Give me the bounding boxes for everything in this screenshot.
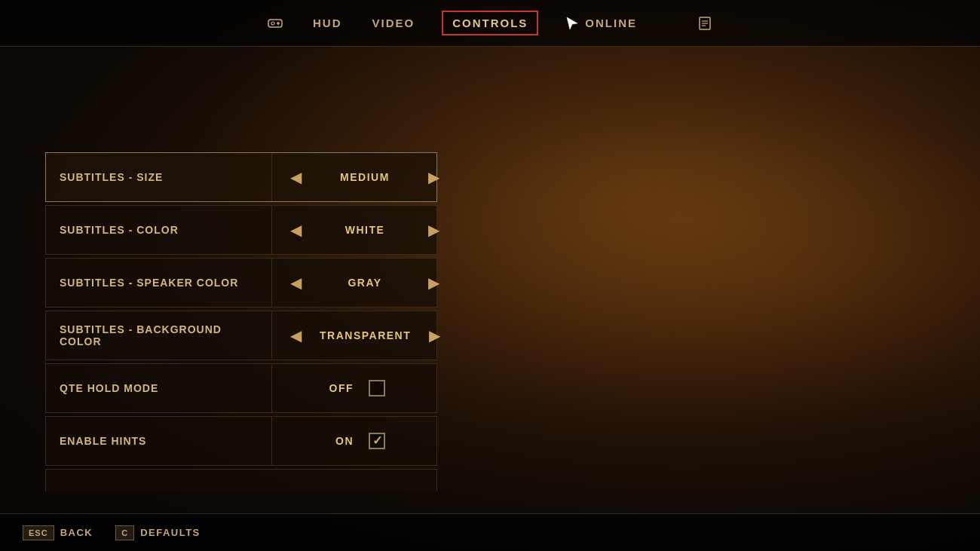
subtitles-speaker-value: Gray [320, 277, 410, 289]
nav-tabs: HUD VIDEO CONTROLS ONLINE [265, 10, 715, 37]
tab-video[interactable]: CONTROLS [442, 11, 538, 35]
subtitles-bg-prev[interactable]: ◀ [284, 325, 308, 346]
esc-key-badge: ESC [23, 525, 54, 540]
subtitles-color-next[interactable]: ▶ [422, 219, 446, 240]
subtitles-size-prev[interactable]: ◀ [284, 167, 308, 188]
qte-hold-mode-row: QTE Hold Mode Off [45, 363, 437, 413]
subtitles-bg-color-label: Subtitles - Background Color [46, 311, 272, 360]
checkmark-icon: ✓ [372, 435, 382, 447]
extra-icon[interactable] [694, 13, 715, 34]
settings-panel: Subtitles - Size ◀ Medium ▶ Subtitles - … [45, 152, 437, 491]
subtitles-bg-color-control: ◀ Transparent ▶ [272, 311, 458, 360]
partial-row [45, 469, 437, 491]
subtitles-speaker-color-row: Subtitles - Speaker Color ◀ Gray ▶ [45, 258, 437, 308]
enable-hints-checkbox[interactable]: ✓ [369, 433, 385, 449]
enable-hints-label: Enable Hints [46, 417, 272, 465]
qte-hold-mode-checkbox[interactable] [369, 380, 385, 396]
subtitles-bg-value: Transparent [320, 329, 411, 341]
subtitles-color-control: ◀ White ▶ [272, 206, 458, 254]
enable-hints-control: On ✓ [272, 424, 436, 458]
enable-hints-value: On [323, 435, 354, 447]
subtitles-bg-color-row: Subtitles - Background Color ◀ Transpare… [45, 311, 437, 360]
subtitles-speaker-color-label: Subtitles - Speaker Color [46, 259, 272, 307]
subtitles-color-row: Subtitles - Color ◀ White ▶ [45, 205, 437, 255]
svg-rect-0 [268, 20, 282, 27]
subtitles-color-label: Subtitles - Color [46, 206, 272, 254]
game-icon[interactable] [265, 13, 286, 34]
subtitles-speaker-next[interactable]: ▶ [422, 272, 446, 293]
subtitles-speaker-color-control: ◀ Gray ▶ [272, 259, 458, 307]
subtitles-size-label: Subtitles - Size [46, 153, 272, 201]
enable-hints-row: Enable Hints On ✓ [45, 416, 437, 466]
subtitles-size-row: Subtitles - Size ◀ Medium ▶ [45, 152, 437, 202]
subtitles-size-next[interactable]: ▶ [422, 167, 446, 188]
defaults-button[interactable]: C Defaults [115, 525, 201, 540]
subtitles-color-prev[interactable]: ◀ [284, 219, 308, 240]
subtitles-size-value: Medium [320, 171, 410, 183]
back-button[interactable]: ESC Back [23, 525, 93, 540]
tab-online[interactable] [664, 17, 670, 29]
subtitles-color-value: White [320, 224, 410, 236]
bottombar: ESC Back C Defaults [0, 513, 980, 551]
tab-game[interactable]: HUD [310, 11, 345, 35]
subtitles-bg-next[interactable]: ▶ [423, 325, 446, 346]
defaults-label: Defaults [140, 527, 201, 538]
topbar: HUD VIDEO CONTROLS ONLINE [0, 0, 980, 47]
qte-hold-mode-control: Off [272, 371, 436, 406]
svg-point-1 [271, 22, 274, 25]
back-label: Back [60, 527, 93, 538]
tab-hud[interactable]: VIDEO [369, 11, 418, 35]
main-content: Subtitles - Size ◀ Medium ▶ Subtitles - … [0, 47, 980, 513]
qte-hold-mode-value: Off [323, 382, 354, 394]
tab-controls[interactable]: ONLINE [562, 10, 640, 37]
c-key-badge: C [115, 525, 134, 540]
qte-hold-mode-label: QTE Hold Mode [46, 364, 272, 412]
subtitles-size-control: ◀ Medium ▶ [272, 153, 458, 201]
subtitles-speaker-prev[interactable]: ◀ [284, 272, 308, 293]
